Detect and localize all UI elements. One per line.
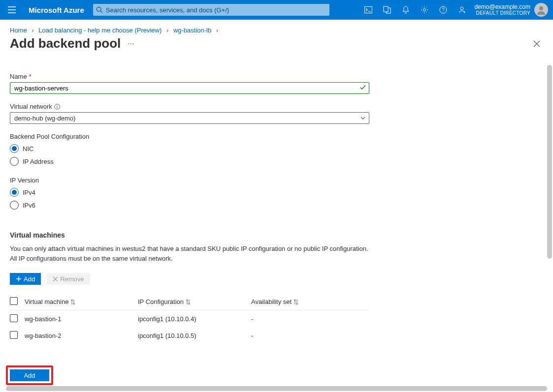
chevron-right-icon: › bbox=[166, 27, 168, 34]
backend-config-radio-group: NIC IP Address bbox=[10, 142, 369, 168]
name-input[interactable] bbox=[10, 82, 369, 94]
highlight-box: Add bbox=[6, 365, 53, 385]
horizontal-scrollbar[interactable] bbox=[6, 386, 547, 391]
chevron-right-icon: › bbox=[32, 27, 33, 34]
notifications-icon[interactable] bbox=[396, 0, 415, 20]
page-title-row: Add backend pool ··· bbox=[0, 36, 553, 54]
svg-point-6 bbox=[460, 7, 463, 10]
radio-ip-address[interactable]: IP Address bbox=[10, 155, 369, 168]
azure-top-bar: Microsoft Azure demo@example.com DEFAULT… bbox=[0, 0, 553, 20]
close-button[interactable] bbox=[530, 37, 543, 50]
feedback-icon[interactable] bbox=[453, 0, 471, 20]
ip-version-radio-group: IPv4 IPv6 bbox=[10, 186, 369, 211]
svg-rect-10 bbox=[57, 106, 57, 108]
col-availability-set[interactable]: Availability set bbox=[251, 298, 369, 305]
vnet-label: Virtual network bbox=[10, 103, 369, 110]
cloud-shell-icon[interactable] bbox=[359, 0, 378, 20]
svg-point-0 bbox=[97, 7, 101, 11]
topbar-actions bbox=[359, 0, 471, 20]
radio-icon bbox=[10, 144, 19, 153]
vm-section-heading: Virtual machines bbox=[10, 231, 369, 239]
search-input[interactable] bbox=[103, 6, 326, 14]
radio-ipv4[interactable]: IPv4 bbox=[10, 186, 369, 199]
svg-point-7 bbox=[539, 6, 543, 10]
svg-point-4 bbox=[423, 9, 426, 11]
vm-section-note: You can only attach virtual machines in … bbox=[10, 244, 369, 263]
breadcrumb-home[interactable]: Home bbox=[10, 27, 27, 34]
svg-rect-2 bbox=[365, 7, 372, 13]
footer-actions: Add bbox=[6, 365, 53, 385]
sort-icon bbox=[186, 299, 191, 305]
avatar-icon bbox=[534, 3, 548, 17]
more-actions-icon[interactable]: ··· bbox=[128, 39, 134, 48]
table-row[interactable]: wg-bastion-1 ipconfig1 (10.10.0.4) - bbox=[10, 310, 369, 327]
breadcrumb-loadbalancing[interactable]: Load balancing - help me choose (Preview… bbox=[38, 27, 162, 34]
check-icon bbox=[359, 84, 366, 91]
global-search[interactable] bbox=[93, 4, 329, 16]
table-row[interactable]: wg-bastion-2 ipconfig1 (10.10.0.5) - bbox=[10, 327, 369, 344]
sort-icon bbox=[70, 299, 75, 305]
breadcrumb-wg-bastion-lb[interactable]: wg-bastion-lb bbox=[173, 27, 211, 34]
row-checkbox[interactable] bbox=[10, 331, 18, 339]
account-email: demo@example.com bbox=[474, 4, 530, 10]
radio-icon bbox=[10, 157, 19, 166]
breadcrumb: Home › Load balancing - help me choose (… bbox=[0, 20, 553, 36]
plus-icon bbox=[16, 276, 22, 282]
radio-nic[interactable]: NIC bbox=[10, 142, 369, 155]
info-icon[interactable] bbox=[54, 104, 60, 110]
radio-icon bbox=[10, 201, 19, 210]
backend-config-label: Backend Pool Configuration bbox=[10, 133, 369, 140]
search-icon bbox=[96, 6, 103, 13]
menu-hamburger-icon[interactable] bbox=[0, 0, 24, 20]
radio-icon bbox=[10, 188, 19, 197]
vm-add-button[interactable]: Add bbox=[10, 273, 41, 285]
svg-line-1 bbox=[100, 11, 102, 13]
add-button[interactable]: Add bbox=[10, 369, 49, 381]
settings-gear-icon[interactable] bbox=[415, 0, 434, 20]
vertical-scrollbar[interactable] bbox=[547, 65, 552, 259]
col-ip-configuration[interactable]: IP Configuration bbox=[138, 298, 251, 305]
row-checkbox[interactable] bbox=[10, 314, 18, 322]
vnet-dropdown[interactable]: demo-hub (wg-demo) bbox=[10, 112, 369, 124]
radio-ipv6[interactable]: IPv6 bbox=[10, 199, 369, 211]
x-icon bbox=[53, 276, 58, 282]
vm-remove-button: Remove bbox=[47, 273, 90, 285]
brand-label: Microsoft Azure bbox=[24, 6, 93, 14]
col-virtual-machine[interactable]: Virtual machine bbox=[25, 298, 138, 305]
svg-rect-3 bbox=[384, 6, 388, 12]
svg-point-9 bbox=[57, 105, 57, 105]
select-all-checkbox[interactable] bbox=[10, 297, 18, 305]
chevron-down-icon bbox=[360, 115, 366, 121]
account-directory: DEFAULT DIRECTORY bbox=[474, 10, 530, 16]
name-label: Name* bbox=[10, 73, 369, 80]
account-menu[interactable]: demo@example.com DEFAULT DIRECTORY bbox=[471, 0, 553, 20]
chevron-right-icon: › bbox=[216, 27, 218, 34]
page-title: Add backend pool bbox=[10, 36, 121, 51]
directory-filter-icon[interactable] bbox=[378, 0, 396, 20]
sort-icon bbox=[293, 299, 298, 305]
help-icon[interactable] bbox=[434, 0, 453, 20]
ip-version-label: IP Version bbox=[10, 177, 369, 184]
vm-table: Virtual machine IP Configuration Availab… bbox=[10, 294, 369, 344]
